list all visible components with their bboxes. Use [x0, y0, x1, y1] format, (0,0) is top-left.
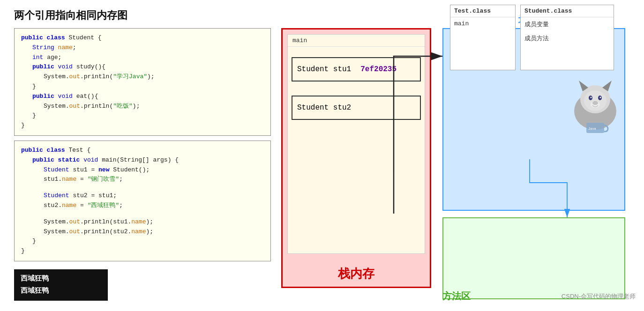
- code-line: }: [21, 246, 264, 256]
- stack-label: 栈内存: [338, 266, 374, 282]
- stu2-label: Student stu2: [297, 104, 351, 112]
- svg-text:Java: Java: [588, 127, 596, 131]
- code-line: System.out.println(stu1.name);: [44, 217, 264, 227]
- code-line: }: [32, 237, 264, 246]
- dog-image: Java: [569, 74, 622, 134]
- svg-point-10: [591, 101, 600, 108]
- svg-point-4: [584, 90, 607, 111]
- stu1-label: Student stu1: [297, 65, 351, 74]
- method-left-content: main: [450, 17, 515, 30]
- code-box-test: public class Test { public static void m…: [14, 141, 271, 261]
- code-line: System.out.println("学习Java");: [44, 72, 264, 82]
- code-line: Student stu1 = new Student();: [44, 165, 264, 175]
- method-inner-left: Test.class main: [450, 5, 516, 70]
- method-right-title: Student.class: [521, 5, 614, 17]
- method-inner-right: Student.class 成员变量 成员方法: [520, 5, 614, 70]
- code-line: public class Student {: [21, 33, 264, 43]
- stack-stu2-box: Student stu2: [292, 96, 421, 120]
- code-line: }: [21, 121, 264, 131]
- method-area: [442, 217, 625, 299]
- code-line: [21, 211, 264, 217]
- code-line: }: [32, 82, 264, 92]
- output-box: 西域狂鸭 西域狂鸭: [14, 269, 108, 301]
- code-line: stu2.name = "西域狂鸭";: [44, 201, 264, 211]
- code-line: String name;: [32, 43, 264, 53]
- method-right-line2: 成员方法: [521, 31, 614, 45]
- code-line: public static void main(String[] args) {: [32, 156, 264, 165]
- svg-point-7: [591, 97, 592, 98]
- code-line: stu1.name = "钢门吹雪";: [44, 175, 264, 185]
- code-line: System.out.println(stu2.name);: [44, 227, 264, 237]
- stack-stu1-box: Student stu1 7ef20235: [292, 57, 421, 81]
- code-line: public void study(){: [32, 62, 264, 72]
- code-box-student: public class Student { String name; int …: [14, 28, 271, 136]
- watermark: CSDN-会写代码的物理老师: [562, 292, 636, 301]
- svg-point-8: [600, 97, 601, 98]
- code-line: }: [32, 111, 264, 121]
- method-left-title: Test.class: [450, 5, 515, 17]
- stu1-addr: 7ef20235: [360, 65, 397, 74]
- code-line: int age;: [32, 53, 264, 63]
- stack-main-label: main: [288, 35, 425, 47]
- page-title: 两个引用指向相同内存图: [14, 8, 127, 22]
- output-line-2: 西域狂鸭: [21, 285, 101, 297]
- method-area-label: 方法区: [442, 290, 471, 303]
- code-line: public class Test {: [21, 146, 264, 156]
- code-line: [21, 185, 264, 191]
- stack-memory: main Student stu1 7ef20235 Student stu2 …: [281, 28, 431, 288]
- code-line: System.out.println("吃饭");: [44, 102, 264, 111]
- method-right-line1: 成员变量: [521, 17, 614, 31]
- output-line-1: 西域狂鸭: [21, 273, 101, 285]
- code-line: public void eat(){: [32, 92, 264, 102]
- code-line: Student stu2 = stu1;: [44, 191, 264, 201]
